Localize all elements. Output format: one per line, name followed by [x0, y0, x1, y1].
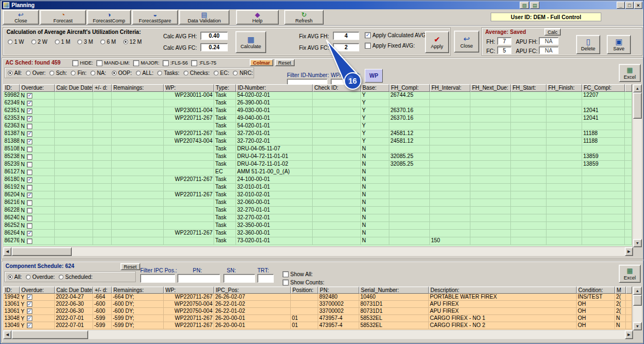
period-radio-1-m[interactable]: 1 M: [55, 39, 71, 45]
calc-avg-fh-input[interactable]: [200, 32, 228, 40]
type-radio-ec[interactable]: EC:: [214, 70, 229, 76]
forecast-toolbar-button[interactable]: ◔Forecast: [40, 10, 86, 25]
scroll-right-icon[interactable]: ▶: [625, 330, 633, 339]
close-window-button[interactable]: ×: [634, 2, 642, 9]
apply-fixed-checkbox[interactable]: Apply Fixed AVG:: [365, 43, 415, 49]
scroll-up-icon[interactable]: ▲: [633, 84, 642, 92]
type-radio-checks[interactable]: Checks:: [183, 70, 210, 76]
scroll-track[interactable]: [633, 119, 642, 239]
table-row[interactable]: 86264N✓WP220711-267Task32-360-00-01N: [3, 230, 632, 237]
component-excel-button[interactable]: ▦ Excel: [619, 265, 641, 283]
scroll-track[interactable]: [88, 330, 625, 339]
type-radio-nrc[interactable]: NRC:: [233, 70, 252, 76]
column-header[interactable]: Calc Due Date:: [55, 84, 93, 92]
view-radio-over[interactable]: Over:: [26, 70, 45, 76]
table-row[interactable]: 86228NTask32-270-01-01N: [3, 207, 632, 214]
period-radio-3-m[interactable]: 3 M: [77, 39, 93, 45]
row-checkbox[interactable]: ✓: [27, 131, 32, 137]
scroll-track[interactable]: [633, 306, 642, 322]
component-radio-overdue[interactable]: Overdue:: [26, 274, 55, 280]
column-header[interactable]: Base:: [361, 84, 389, 92]
row-checkbox[interactable]: ✓: [27, 108, 32, 114]
table-row[interactable]: 85239NTaskDRU-04-72-11-01-02N32085.25138…: [3, 161, 632, 168]
column-header[interactable]: IPC_Pos:: [214, 287, 291, 294]
column-header[interactable]: PN:: [318, 287, 359, 294]
row-checkbox[interactable]: [27, 238, 32, 244]
scroll-down-icon[interactable]: ▼: [633, 322, 642, 330]
help-toolbar-button[interactable]: ◆Help: [236, 10, 279, 25]
column-header[interactable]: FH_Start:: [511, 84, 547, 92]
period-radio-12-m[interactable]: 12 M: [123, 39, 142, 45]
column-header[interactable]: Remainings:: [112, 287, 164, 294]
picture-tool-icon-1[interactable]: ▧: [520, 2, 529, 9]
fc-input[interactable]: [497, 46, 511, 54]
refresh-toolbar-button[interactable]: ↻Refresh: [284, 10, 324, 25]
row-checkbox[interactable]: [27, 162, 32, 167]
save-button[interactable]: ▣ Save: [607, 35, 631, 54]
minimize-button[interactable]: _: [617, 2, 625, 9]
ac-excel-button[interactable]: ▦ Excel: [619, 64, 641, 82]
row-checkbox[interactable]: ✓: [27, 139, 32, 144]
scroll-up-icon[interactable]: ▲: [633, 287, 642, 295]
column-header[interactable]: Remainings:: [112, 84, 164, 92]
column-header[interactable]: +/- d:: [93, 287, 112, 294]
ac-horizontal-scrollbar[interactable]: ◀ ▶: [3, 247, 633, 256]
scroll-thumb[interactable]: [12, 247, 72, 256]
type-radio-all[interactable]: ALL:: [136, 70, 154, 76]
checkbox-major[interactable]: MAJOR:: [133, 60, 159, 66]
column-header[interactable]: Position:: [291, 287, 318, 294]
maximize-button[interactable]: □: [625, 2, 634, 9]
column-header[interactable]: Condition:: [577, 287, 615, 294]
row-checkbox[interactable]: [27, 124, 32, 129]
colmar-button[interactable]: Colmar: [250, 59, 273, 66]
column-header[interactable]: Check ID:: [313, 84, 361, 92]
pn-input[interactable]: [177, 274, 220, 283]
column-header[interactable]: FH_Next_Due:: [470, 84, 511, 92]
table-row[interactable]: 62351N✓WP230011-004Task49-030-00-01Y2637…: [3, 107, 632, 115]
column-header[interactable]: FH_Compl:: [389, 84, 430, 92]
table-row[interactable]: 86192NTask32-010-01-01N: [3, 184, 632, 191]
calculate-button[interactable]: ▦ Calculate: [235, 31, 266, 53]
table-row[interactable]: 13049Y✓2022-07-01-599-599 DY;WP220711-26…: [3, 322, 632, 329]
row-checkbox[interactable]: ✓: [27, 308, 32, 314]
type-radio-tasks[interactable]: Tasks:: [157, 70, 179, 76]
table-row[interactable]: 13061Y✓2022-06-30-600-600 DY;WP220750-00…: [3, 301, 632, 308]
component-radio-scheduled[interactable]: Scheduled:: [59, 274, 93, 280]
row-checkbox[interactable]: [27, 154, 32, 160]
period-radio-2-w[interactable]: 2 W: [31, 39, 48, 45]
column-header[interactable]: Calc Due Date:: [55, 287, 93, 294]
table-row[interactable]: 62349N✓Task26-390-00-01Y: [3, 100, 632, 107]
delete-button[interactable]: ▯ Delete: [576, 35, 600, 54]
checkbox-fls-75[interactable]: :FLS-75: [191, 60, 216, 66]
row-checkbox[interactable]: [27, 200, 32, 206]
checkbox-mand-lim[interactable]: MAND-LIM:: [96, 60, 130, 66]
scroll-track[interactable]: [72, 247, 625, 256]
row-checkbox[interactable]: ✓: [27, 316, 32, 321]
row-checkbox[interactable]: ✓: [27, 231, 32, 236]
apply-calculated-checkbox[interactable]: ✓ Apply Calculated AVG :: [365, 32, 429, 38]
column-header[interactable]: +/- d:: [93, 84, 112, 92]
scroll-left-icon[interactable]: ◀: [3, 247, 12, 256]
table-row[interactable]: 13061Y✓2022-06-30-600-600 DY;WP220750-00…: [3, 308, 632, 315]
column-header[interactable]: Type:: [214, 84, 236, 92]
show-counts-checkbox[interactable]: Show Counts:: [283, 279, 324, 285]
table-row[interactable]: 81387N✓WP220711-267Task32-720-01-01Y2458…: [3, 130, 632, 138]
table-row[interactable]: 62363NTask54-020-01-01Y: [3, 123, 632, 130]
row-checkbox[interactable]: ✓: [27, 116, 32, 121]
fix-avg-fh-input[interactable]: [333, 32, 359, 40]
forecastspare-toolbar-button[interactable]: ◒ForecastSpare: [132, 10, 178, 25]
scroll-thumb[interactable]: [633, 92, 642, 119]
calc-avg-fc-input[interactable]: [200, 43, 228, 51]
table-row[interactable]: 81388N✓WP220743-004Task32-720-02-01Y2458…: [3, 138, 632, 145]
apu-fh-input[interactable]: [539, 37, 559, 45]
close-panel-button[interactable]: ↩ Close: [454, 31, 479, 53]
component-radio-all[interactable]: All:: [8, 274, 22, 280]
row-checkbox[interactable]: [27, 208, 32, 213]
column-header[interactable]: FC_Compl:: [582, 84, 625, 92]
apu-fc-input[interactable]: [539, 46, 559, 54]
row-checkbox[interactable]: ✓: [27, 301, 32, 307]
column-header[interactable]: FH_Finish:: [547, 84, 582, 92]
ac-reset-button[interactable]: Reset: [275, 59, 295, 66]
view-radio-fin[interactable]: Fin:: [71, 70, 87, 76]
scroll-left-icon[interactable]: ◀: [3, 330, 12, 339]
